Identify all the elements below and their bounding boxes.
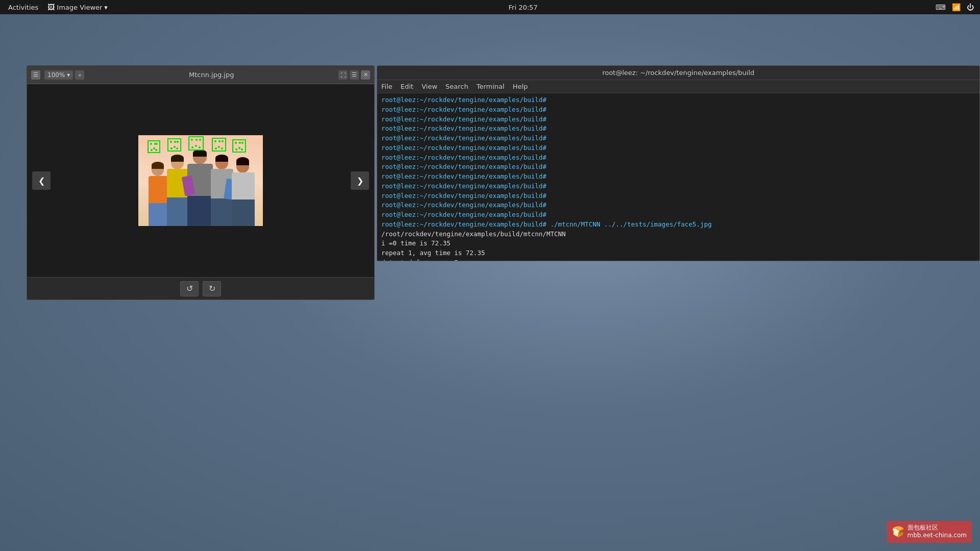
clock-time: Fri 20:57 <box>508 4 537 11</box>
terminal-title-text: root@leez: ~/rockdev/tengine/examples/bu… <box>602 69 754 77</box>
menu-btn[interactable]: ☰ <box>350 70 359 80</box>
image-display-area: ❮ <box>27 84 374 277</box>
activities-button[interactable]: Activities <box>4 4 42 11</box>
network-icon[interactable]: 📶 <box>952 3 961 11</box>
person-1 <box>148 160 169 226</box>
menu-search[interactable]: Search <box>446 83 469 90</box>
watermark-line1: 面包板社区 <box>908 524 967 532</box>
face-box-2 <box>167 138 181 152</box>
topbar-clock: Fri 20:57 <box>111 4 936 11</box>
app-name-label: Image Viewer <box>57 4 102 11</box>
menu-file[interactable]: File <box>381 83 393 90</box>
image-viewer-window: ☰ 100% ▾ + Mtcnn.jpg.jpg ⛶ ☰ ✕ ❮ <box>27 65 375 300</box>
watermark-line2: mbb.eet-china.com <box>908 532 967 540</box>
menu-terminal[interactable]: Terminal <box>476 83 504 90</box>
window-controls-right: ⛶ ☰ ✕ <box>338 70 370 80</box>
watermark-text: 面包板社区 mbb.eet-china.com <box>908 524 967 540</box>
zoom-controls: 100% ▾ + <box>44 70 84 80</box>
app-menu-chevron: ▾ <box>104 4 108 11</box>
rotate-left-icon: ↺ <box>186 284 193 293</box>
window-titlebar: ☰ 100% ▾ + Mtcnn.jpg.jpg ⛶ ☰ ✕ <box>27 66 374 84</box>
topbar: Activities 🖼 Image Viewer ▾ Fri 20:57 ⌨ … <box>0 0 980 14</box>
face-box-3 <box>188 136 204 151</box>
topbar-left: Activities 🖼 Image Viewer ▾ <box>0 3 111 11</box>
power-icon[interactable]: ⏻ <box>967 3 974 11</box>
topbar-right: ⌨ 📶 ⏻ <box>936 3 980 11</box>
menu-edit[interactable]: Edit <box>401 83 413 90</box>
rotate-right-btn[interactable]: ↻ <box>203 281 221 296</box>
watermark: 🍞 面包板社区 mbb.eet-china.com <box>887 521 972 543</box>
prev-image-btn[interactable]: ❮ <box>32 171 51 190</box>
menu-view[interactable]: View <box>422 83 437 90</box>
rotate-right-icon: ↻ <box>209 284 215 293</box>
terminal-window: root@leez: ~/rockdev/tengine/examples/bu… <box>377 65 980 261</box>
fullscreen-btn[interactable]: ⛶ <box>338 70 348 80</box>
keyboard-icon[interactable]: ⌨ <box>936 3 946 11</box>
zoom-chevron: ▾ <box>67 71 70 79</box>
window-close-btn[interactable]: ☰ <box>31 70 40 80</box>
close-btn[interactable]: ✕ <box>361 70 370 80</box>
zoom-display[interactable]: 100% ▾ <box>44 70 73 80</box>
terminal-menubar: File Edit View Search Terminal Help <box>377 80 979 93</box>
add-zoom-btn[interactable]: + <box>75 70 84 80</box>
zoom-value: 100% <box>47 71 65 79</box>
terminal-titlebar: root@leez: ~/rockdev/tengine/examples/bu… <box>377 66 979 80</box>
window-title: Mtcnn.jpg.jpg <box>88 71 334 79</box>
app-name-menu[interactable]: 🖼 Image Viewer ▾ <box>44 3 111 11</box>
photo-container <box>138 135 263 226</box>
menu-help[interactable]: Help <box>512 83 528 90</box>
image-filename: Mtcnn.jpg.jpg <box>189 71 234 79</box>
person-5 <box>232 157 255 226</box>
watermark-icon: 🍞 <box>892 525 904 538</box>
person-3 <box>187 151 213 226</box>
face-box-4 <box>212 138 226 152</box>
face-box-5 <box>232 139 246 153</box>
next-image-btn[interactable]: ❯ <box>351 171 369 190</box>
face-box-1 <box>148 140 160 153</box>
rotate-left-btn[interactable]: ↺ <box>180 281 199 296</box>
window-bottom-toolbar: ↺ ↻ <box>27 277 374 299</box>
person-4 <box>211 155 233 226</box>
terminal-body[interactable]: root@leez:~/rockdev/tengine/examples/bui… <box>377 93 979 261</box>
